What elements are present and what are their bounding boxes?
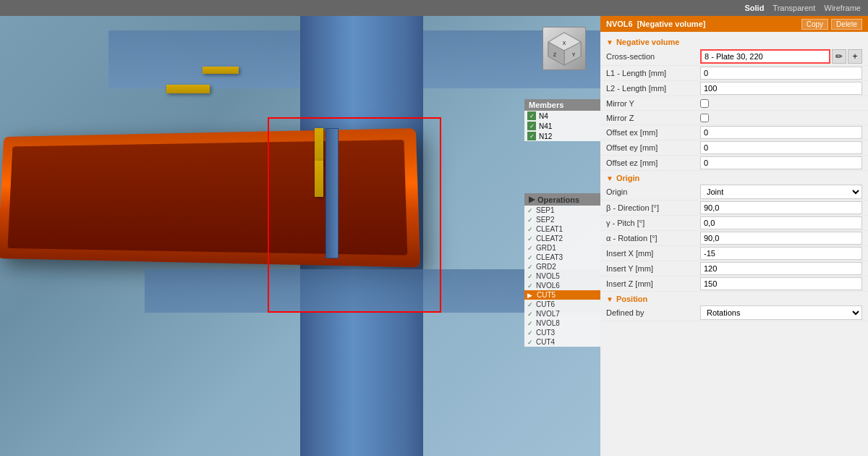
op-nvol6[interactable]: ✓ NVOL6	[524, 281, 600, 290]
op-cut6[interactable]: ✓ CUT6	[524, 300, 600, 309]
offset-ez-input[interactable]	[700, 156, 862, 169]
gamma-row: γ - Pitch [°]	[600, 216, 868, 231]
defined-by-label: Defined by	[606, 308, 700, 317]
origin-section-header: ▼ Origin	[600, 171, 868, 184]
op-label-grd2: GRD2	[536, 263, 556, 271]
op-active-icon: ▶	[527, 292, 532, 299]
op-check-cleat1: ✓	[527, 226, 533, 233]
navigation-cube[interactable]: X Y Z	[542, 27, 586, 70]
insert-y-row: Insert Y [mm]	[600, 261, 868, 276]
op-cleat2[interactable]: ✓ CLEAT2	[524, 234, 600, 243]
op-label-nvol5: NVOL5	[536, 272, 560, 280]
beta-input[interactable]	[700, 201, 862, 214]
member-item-2[interactable]: ✓ N41	[524, 121, 600, 131]
panel-content: ▼ Negative volume Cross-section ✏ + L1 -…	[600, 32, 868, 456]
op-cut5[interactable]: ▶ CUT5	[524, 290, 600, 300]
l2-length-input[interactable]	[700, 82, 862, 95]
gamma-input[interactable]	[700, 216, 862, 229]
op-label-nvol8: NVOL8	[536, 319, 560, 327]
member-check-2: ✓	[527, 122, 536, 130]
cross-section-add-btn[interactable]: +	[848, 49, 862, 64]
view-solid-btn[interactable]: Solid	[744, 4, 764, 12]
top-bar: Solid Transparent Wireframe	[0, 0, 868, 16]
insert-z-input[interactable]	[700, 277, 862, 290]
insert-x-row: Insert X [mm]	[600, 246, 868, 261]
alpha-input[interactable]	[700, 232, 862, 245]
cross-section-label: Cross-section	[606, 52, 700, 61]
l2-length-label: L2 - Length [mm]	[606, 84, 700, 93]
cross-section-edit-btn[interactable]: ✏	[832, 49, 846, 64]
cleat-top-1	[166, 85, 210, 93]
op-nvol7[interactable]: ✓ NVOL7	[524, 309, 600, 318]
right-panel: NVOL6 [Negative volume] Copy Delete ▼ Ne…	[600, 16, 868, 456]
member-label-1: N4	[539, 112, 548, 120]
op-cut3[interactable]: ✓ CUT3	[524, 328, 600, 337]
op-check-nvol7: ✓	[527, 311, 533, 318]
members-panel: Members ✓ N4 ✓ N41 ✓ N12	[524, 99, 600, 141]
op-nvol8[interactable]: ✓ NVOL8	[524, 318, 600, 328]
position-section-header: ▼ Position	[600, 292, 868, 305]
op-label-cleat2: CLEAT2	[536, 235, 563, 242]
origin-select[interactable]: Joint	[700, 185, 862, 199]
operations-header: ▶ Operations	[524, 193, 600, 206]
offset-ey-input[interactable]	[700, 141, 862, 154]
member-item-1[interactable]: ✓ N4	[524, 111, 600, 121]
origin-section-label: Origin	[616, 174, 639, 182]
op-cleat3[interactable]: ✓ CLEAT3	[524, 253, 600, 262]
mirror-y-checkbox[interactable]	[700, 99, 709, 108]
op-check-grd1: ✓	[527, 245, 533, 252]
insert-x-input[interactable]	[700, 247, 862, 260]
defined-by-select[interactable]: Rotations	[700, 305, 862, 320]
viewport[interactable]: X Y Z Members ✓ N4 ✓ N41 ✓ N12	[0, 16, 600, 456]
beta-row: β - Direction [°]	[600, 200, 868, 216]
cross-section-input[interactable]	[700, 49, 830, 64]
view-transparent-btn[interactable]: Transparent	[773, 4, 815, 12]
mirror-z-checkbox[interactable]	[700, 114, 709, 122]
steel-scene: X Y Z Members ✓ N4 ✓ N41 ✓ N12	[0, 16, 600, 456]
op-cut4[interactable]: ✓ CUT4	[524, 337, 600, 347]
svg-text:X: X	[562, 41, 566, 46]
cross-section-input-wrap: ✏ +	[700, 49, 862, 64]
op-check-cleat2: ✓	[527, 235, 533, 242]
l1-length-input[interactable]	[700, 67, 862, 80]
copy-button[interactable]: Copy	[801, 19, 828, 30]
cleat-top-2	[203, 67, 239, 74]
op-label-cut4: CUT4	[536, 338, 555, 346]
op-grd1[interactable]: ✓ GRD1	[524, 243, 600, 253]
op-label-cut5: CUT5	[537, 291, 556, 299]
member-check-1: ✓	[527, 111, 536, 120]
op-cleat1[interactable]: ✓ CLEAT1	[524, 224, 600, 234]
offset-ez-label: Offset ez [mm]	[606, 159, 700, 167]
insert-y-input[interactable]	[700, 262, 862, 275]
origin-arrow[interactable]: ▼	[606, 174, 613, 182]
offset-ex-label: Offset ex [mm]	[606, 128, 700, 137]
panel-header: NVOL6 [Negative volume] Copy Delete	[600, 16, 868, 32]
negative-volume-arrow[interactable]: ▼	[606, 38, 613, 46]
op-check-nvol6: ✓	[527, 282, 533, 290]
op-check-sep2: ✓	[527, 216, 533, 224]
mirror-y-label: Mirror Y	[606, 99, 700, 108]
end-plate	[326, 128, 339, 258]
offset-ey-label: Offset ey [mm]	[606, 143, 700, 152]
negative-volume-label: Negative volume	[616, 38, 679, 46]
op-sep2[interactable]: ✓ SEP2	[524, 215, 600, 224]
delete-button[interactable]: Delete	[831, 19, 862, 30]
insert-y-label: Insert Y [mm]	[606, 264, 700, 273]
op-label-sep1: SEP1	[536, 206, 555, 214]
position-arrow[interactable]: ▼	[606, 295, 613, 303]
horizontal-beam	[0, 128, 420, 267]
operations-header-icon: ▶	[529, 195, 535, 204]
member-label-3: N12	[539, 132, 552, 140]
l1-length-label: L1 - Length [mm]	[606, 69, 700, 77]
panel-title: NVOL6	[606, 20, 633, 28]
insert-z-row: Insert Z [mm]	[600, 276, 868, 292]
op-grd2[interactable]: ✓ GRD2	[524, 262, 600, 271]
member-item-3[interactable]: ✓ N12	[524, 131, 600, 141]
view-wireframe-btn[interactable]: Wireframe	[824, 4, 861, 12]
op-nvol5[interactable]: ✓ NVOL5	[524, 271, 600, 281]
operations-panel: ▶ Operations ✓ SEP1 ✓ SEP2 ✓ CLEAT1 ✓	[524, 193, 600, 347]
cross-section-row: Cross-section ✏ +	[600, 48, 868, 66]
op-check-grd2: ✓	[527, 263, 533, 271]
op-sep1[interactable]: ✓ SEP1	[524, 206, 600, 215]
offset-ex-input[interactable]	[700, 126, 862, 139]
